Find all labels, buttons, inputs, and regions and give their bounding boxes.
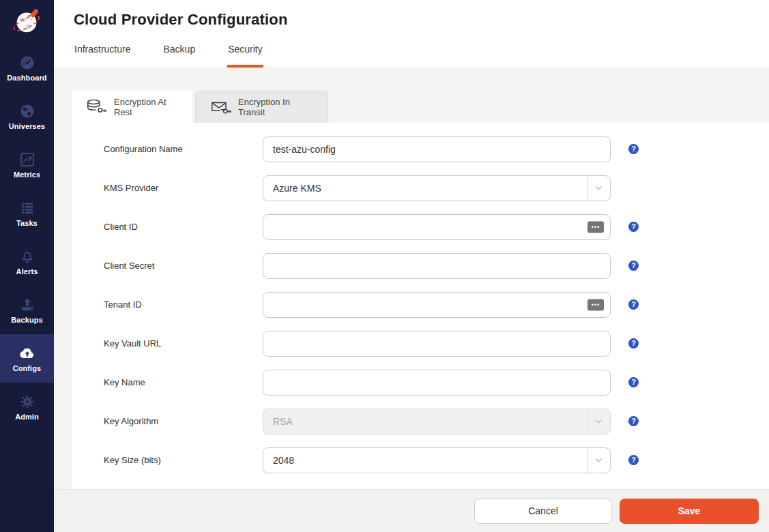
tab-security[interactable]: Security (227, 29, 263, 68)
universes-globe-icon (19, 103, 35, 119)
help-icon[interactable] (628, 455, 639, 465)
page-title: Cloud Provider Configuration (74, 11, 769, 29)
subtab-label: Encryption In Transit (238, 97, 314, 117)
form-footer: Cancel Save (54, 489, 769, 532)
sidebar-item-label: Backups (11, 316, 43, 324)
sidebar-item-configs[interactable]: Configs (0, 334, 54, 383)
field-label: KMS Provider (104, 183, 263, 193)
chevron-down-icon (587, 448, 610, 473)
sidebar-item-label: Configs (13, 364, 42, 372)
field-label: Key Size (bits) (104, 455, 263, 465)
dashboard-gauge-icon (19, 55, 35, 71)
key-size-select[interactable]: 2048 (263, 447, 611, 473)
sidebar: Dashboard Universes Metrics (0, 0, 54, 532)
help-icon[interactable] (628, 377, 639, 387)
save-button[interactable]: Save (620, 499, 759, 524)
tenant-id-input[interactable] (263, 292, 611, 318)
form-row-key-vault-url: Key Vault URL (72, 324, 769, 363)
masked-value-icon[interactable] (587, 299, 604, 310)
field-label: Client ID (104, 222, 263, 232)
help-icon[interactable] (628, 338, 639, 349)
admin-gear-icon (19, 394, 35, 410)
cancel-button[interactable]: Cancel (474, 499, 612, 524)
tab-infrastructure[interactable]: Infrastructure (74, 29, 131, 68)
sidebar-item-label: Universes (9, 122, 46, 130)
form-row-key-algorithm: Key Algorithm RSA (72, 402, 769, 441)
sidebar-item-backups[interactable]: Backups (0, 286, 54, 334)
field-label: Key Vault URL (104, 338, 263, 349)
subtab-label: Encryption At Rest (114, 97, 179, 117)
select-value: RSA (263, 416, 587, 427)
field-label: Key Name (104, 377, 263, 387)
encryption-subtabs: Encryption At Rest Encryption In Transit (54, 68, 769, 123)
client-id-input[interactable] (263, 214, 611, 240)
sidebar-item-tasks[interactable]: Tasks (0, 189, 54, 237)
planet-rocket-logo-icon (12, 6, 43, 38)
field-label: Client Secret (104, 261, 263, 271)
backups-upload-icon (19, 297, 35, 313)
form-row-client-secret: Client Secret (72, 246, 769, 285)
sidebar-item-universes[interactable]: Universes (0, 92, 54, 141)
help-icon[interactable] (628, 299, 639, 310)
alerts-bell-icon (19, 248, 35, 265)
sidebar-item-label: Alerts (16, 267, 38, 276)
chevron-down-icon (587, 409, 610, 434)
help-icon[interactable] (628, 144, 639, 154)
main-area: Cloud Provider Configuration Infrastruct… (54, 0, 769, 532)
field-label: Tenant ID (104, 299, 263, 310)
sidebar-item-label: Tasks (16, 219, 38, 227)
subtab-encryption-in-transit[interactable]: Encryption In Transit (195, 91, 328, 123)
metrics-chart-icon (19, 151, 35, 168)
sidebar-item-label: Admin (15, 413, 39, 421)
sidebar-item-alerts[interactable]: Alerts (0, 237, 54, 286)
form-row-tenant-id: Tenant ID (72, 285, 769, 324)
kms-provider-select[interactable]: Azure KMS (263, 175, 611, 201)
app-logo[interactable] (0, 0, 54, 44)
top-tabs: Infrastructure Backup Security (74, 29, 769, 68)
sidebar-nav: Dashboard Universes Metrics (0, 44, 54, 431)
field-label: Configuration Name (104, 144, 263, 154)
help-icon[interactable] (628, 222, 639, 232)
page-header: Cloud Provider Configuration Infrastruct… (54, 0, 769, 68)
tab-backup[interactable]: Backup (162, 29, 196, 68)
help-icon[interactable] (628, 261, 639, 271)
client-secret-input[interactable] (263, 253, 611, 279)
content-area: Encryption At Rest Encryption In Transit… (54, 68, 769, 532)
select-value: Azure KMS (263, 183, 587, 194)
key-vault-url-input[interactable] (263, 331, 611, 357)
sidebar-item-dashboard[interactable]: Dashboard (0, 44, 54, 92)
sidebar-item-label: Metrics (14, 171, 40, 179)
key-algorithm-select: RSA (263, 409, 611, 434)
subtab-encryption-at-rest[interactable]: Encryption At Rest (72, 91, 192, 123)
key-name-input[interactable] (263, 370, 611, 396)
form-row-key-size: Key Size (bits) 2048 (72, 441, 769, 479)
encryption-at-rest-form: Configuration Name KMS Provider Azure KM… (72, 123, 769, 489)
form-row-client-id: Client ID (72, 207, 769, 246)
tasks-list-icon (19, 200, 35, 216)
sidebar-item-label: Dashboard (7, 74, 46, 82)
envelope-key-icon (209, 99, 231, 116)
configuration-name-input[interactable] (263, 136, 611, 162)
form-row-configuration-name: Configuration Name (72, 130, 769, 168)
help-icon[interactable] (628, 416, 639, 426)
database-key-icon (85, 98, 107, 115)
field-label: Key Algorithm (104, 416, 263, 426)
sidebar-item-admin[interactable]: Admin (0, 383, 54, 431)
form-row-key-name: Key Name (72, 363, 769, 402)
sidebar-item-metrics[interactable]: Metrics (0, 141, 54, 189)
form-row-kms-provider: KMS Provider Azure KMS (72, 168, 769, 207)
select-value: 2048 (263, 455, 587, 466)
configs-cloud-icon (18, 345, 36, 361)
masked-value-icon[interactable] (587, 221, 604, 233)
chevron-down-icon (587, 176, 610, 201)
